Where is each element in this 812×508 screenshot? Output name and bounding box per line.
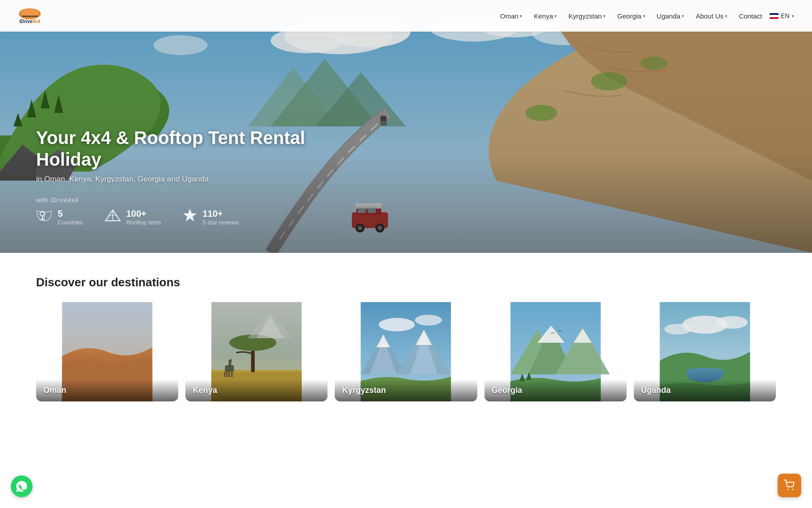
nav-item-about[interactable]: About Us ▾ [691, 9, 732, 23]
nav-item-kyrgyzstan[interactable]: Kyrgyzstan ▾ [564, 9, 610, 23]
logo[interactable]: iDrive4x4 [18, 6, 42, 26]
dest-uganda-overlay: Uganda [634, 379, 776, 401]
chevron-icon-georgia: ▾ [643, 14, 645, 19]
chevron-icon-kenya: ▾ [554, 14, 557, 19]
dest-kenya-overlay: Kenya [185, 379, 328, 401]
lang-label: EN [781, 12, 789, 19]
chevron-icon-kyrgyzstan: ▾ [603, 14, 605, 19]
dest-card-kenya[interactable]: Kenya [185, 302, 328, 401]
nav-label-georgia: Georgia [617, 12, 641, 20]
dest-georgia-overlay: Georgia [484, 379, 627, 401]
chevron-icon-uganda: ▾ [682, 14, 684, 19]
nav-menu: Oman ▾ Kenya ▾ Kyrgyzstan ▾ Georgia ▾ Ug [496, 9, 794, 23]
hero-section: Your 4x4 & Rooftop Tent Rental Holiday i… [0, 0, 812, 253]
nav-label-kenya: Kenya [534, 12, 553, 20]
dest-card-kyrgyzstan[interactable]: Kyrgyzstan [335, 302, 477, 401]
nav-label-oman: Oman [500, 12, 519, 20]
stat-reviews-text: 110+ 5 star reviews [203, 209, 239, 226]
chevron-icon-oman: ▾ [520, 14, 522, 19]
language-selector[interactable]: EN ▾ [770, 12, 794, 19]
dest-georgia-name: Georgia [492, 386, 522, 395]
stat-countries: 5 Countries [36, 208, 83, 226]
dest-oman-name: Oman [43, 386, 66, 395]
dest-card-oman[interactable]: Oman [36, 302, 178, 401]
nav-link-kyrgyzstan[interactable]: Kyrgyzstan ▾ [564, 9, 610, 23]
stat-countries-text: 5 Countries [58, 209, 83, 226]
dest-kyrgyzstan-overlay: Kyrgyzstan [335, 379, 477, 401]
dest-kenya-name: Kenya [193, 386, 217, 395]
nav-link-contact[interactable]: Contact [734, 9, 767, 23]
tent-icon [105, 208, 121, 226]
logo-icon: iDrive4x4 [18, 6, 42, 26]
nav-link-uganda[interactable]: Uganda ▾ [652, 9, 689, 23]
stat-tents-number: 100+ [126, 209, 161, 219]
nav-item-lang[interactable]: EN ▾ [770, 12, 794, 19]
nav-link-kenya[interactable]: Kenya ▾ [529, 9, 561, 23]
stat-reviews: 110+ 5 star reviews [183, 208, 239, 226]
nav-label-contact: Contact [739, 12, 762, 20]
nav-item-oman[interactable]: Oman ▾ [496, 9, 527, 23]
destinations-section: Discover our destinations [0, 253, 812, 429]
hero-title: Your 4x4 & Rooftop Tent Rental Holiday [36, 127, 316, 170]
nav-link-oman[interactable]: Oman ▾ [496, 9, 527, 23]
stat-tents-text: 100+ Rooftop tents [126, 209, 161, 226]
nav-link-georgia[interactable]: Georgia ▾ [613, 9, 649, 23]
nav-label-uganda: Uganda [657, 12, 681, 20]
flag-icon [770, 13, 779, 19]
map-book-icon [36, 208, 52, 226]
stat-tents: 100+ Rooftop tents [105, 208, 161, 226]
svg-marker-37 [184, 209, 196, 221]
destination-cards: Oman [36, 302, 776, 401]
stat-tents-label: Rooftop tents [126, 219, 161, 226]
dest-uganda-name: Uganda [641, 386, 671, 395]
hero-content: Your 4x4 & Rooftop Tent Rental Holiday i… [36, 127, 316, 226]
nav-label-about: About Us [696, 12, 724, 20]
dest-card-uganda[interactable]: Uganda [634, 302, 776, 401]
dest-kyrgyzstan-name: Kyrgyzstan [342, 386, 386, 395]
hero-subtitle: in Oman, Kenya, Kyrgyzstan, Georgia and … [36, 175, 316, 184]
svg-text:iDrive4x4: iDrive4x4 [19, 19, 40, 24]
nav-link-about[interactable]: About Us ▾ [691, 9, 732, 23]
navbar: iDrive4x4 Oman ▾ Kenya ▾ Kyrgyzstan ▾ Ge… [0, 0, 812, 32]
dest-oman-overlay: Oman [36, 379, 178, 401]
hero-with-label: with iDrive4x4 [36, 196, 316, 204]
nav-item-georgia[interactable]: Georgia ▾ [613, 9, 649, 23]
nav-item-uganda[interactable]: Uganda ▾ [652, 9, 689, 23]
chevron-icon-lang: ▾ [792, 14, 794, 19]
nav-item-contact[interactable]: Contact [734, 9, 767, 23]
destinations-title: Discover our destinations [36, 275, 776, 289]
chevron-icon-about: ▾ [725, 14, 727, 19]
nav-label-kyrgyzstan: Kyrgyzstan [568, 12, 602, 20]
star-icon [183, 208, 197, 226]
dest-card-georgia[interactable]: Georgia [484, 302, 627, 401]
hero-stats: 5 Countries 100+ Rooftop tents [36, 208, 316, 226]
stat-reviews-label: 5 star reviews [203, 219, 239, 226]
stat-countries-label: Countries [58, 219, 83, 226]
stat-reviews-number: 110+ [203, 209, 239, 219]
nav-item-kenya[interactable]: Kenya ▾ [529, 9, 561, 23]
stat-countries-number: 5 [58, 209, 83, 219]
